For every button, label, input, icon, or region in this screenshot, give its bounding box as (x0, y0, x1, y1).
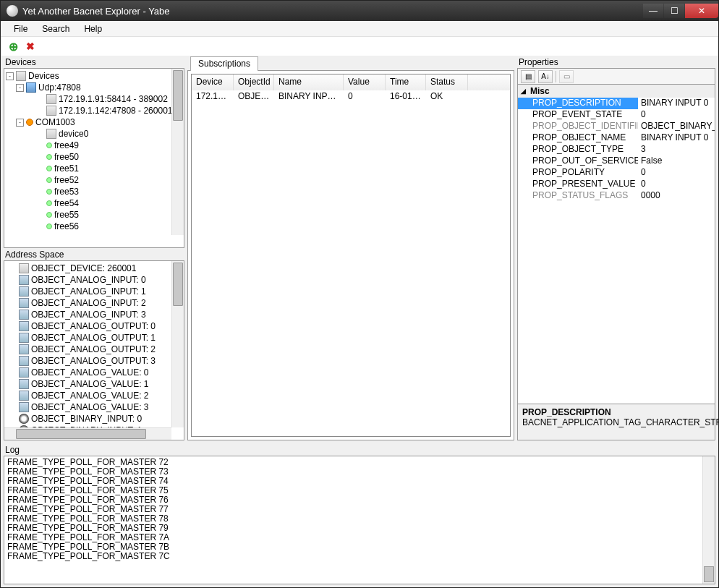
tree-udp-child-1[interactable]: 172.19.1.142:47808 - 260001 (6, 105, 182, 116)
tree-udp-child-0[interactable]: 172.19.1.91:58414 - 389002 (6, 93, 182, 105)
prop-value[interactable]: OBJECT_BINARY_I (638, 121, 715, 132)
devices-tree[interactable]: -Devices-Udp:47808172.19.1.91:58414 - 38… (4, 68, 184, 248)
sub-cell[interactable]: OK (426, 90, 468, 103)
menu-file[interactable]: File (7, 22, 35, 35)
tree-node-label: free51 (54, 163, 79, 174)
devices-scrollbar[interactable] (171, 69, 184, 235)
address-tree[interactable]: OBJECT_DEVICE: 260001OBJECT_ANALOG_INPUT… (4, 260, 184, 440)
sub-header-status[interactable]: Status (426, 74, 468, 90)
tree-node-label: OBJECT_ANALOG_INPUT: 2 (31, 298, 146, 308)
prop-category-misc[interactable]: ◢ Misc (518, 85, 715, 98)
address-item-2[interactable]: OBJECT_ANALOG_INPUT: 1 (6, 286, 182, 297)
tree-node-label: OBJECT_DEVICE: 260001 (31, 263, 136, 273)
prop-value[interactable]: BINARY INPUT 0 (638, 132, 715, 144)
address-item-11[interactable]: OBJECT_ANALOG_VALUE: 2 (6, 390, 182, 401)
sub-cell[interactable]: OBJEC... (234, 90, 274, 103)
address-hscrollbar[interactable] (4, 427, 171, 440)
maximize-button[interactable]: ☐ (664, 4, 684, 18)
prop-value[interactable]: 0 (638, 167, 715, 179)
properties-toolbar: ▤ A↓ ▭ (517, 68, 715, 84)
prop-row-prop_out_of_service[interactable]: PROP_OUT_OF_SERVICEFalse (518, 155, 715, 167)
prop-row-prop_description[interactable]: PROP_DESCRIPTIONBINARY INPUT 0 (518, 98, 715, 109)
sub-cell[interactable]: 172.19.1... (192, 90, 234, 103)
address-item-12[interactable]: OBJECT_ANALOG_VALUE: 3 (6, 401, 182, 413)
tree-com-child-4[interactable]: free52 (6, 174, 182, 186)
prop-row-prop_polarity[interactable]: PROP_POLARITY0 (518, 167, 715, 179)
sub-header-name[interactable]: Name (274, 74, 344, 90)
menu-search[interactable]: Search (35, 22, 77, 35)
sub-header-device[interactable]: Device (192, 74, 234, 90)
minimize-button[interactable]: — (643, 4, 663, 18)
expand-icon[interactable]: - (16, 119, 24, 127)
tree-com-child-6[interactable]: free54 (6, 197, 182, 209)
address-vscrollbar[interactable] (171, 261, 184, 427)
prop-value[interactable]: 3 (638, 144, 715, 155)
prop-row-prop_object_identifier[interactable]: PROP_OBJECT_IDENTIFIEROBJECT_BINARY_I (518, 121, 715, 132)
tree-com-child-1[interactable]: free49 (6, 140, 182, 151)
tree-com-child-0[interactable]: device0 (6, 128, 182, 140)
prop-pages-button[interactable]: ▭ (559, 70, 574, 83)
address-item-10[interactable]: OBJECT_ANALOG_VALUE: 1 (6, 378, 182, 390)
prop-value[interactable]: 0 (638, 179, 715, 190)
address-item-6[interactable]: OBJECT_ANALOG_OUTPUT: 1 (6, 332, 182, 344)
prop-row-prop_present_value[interactable]: PROP_PRESENT_VALUE0 (518, 179, 715, 190)
prop-value[interactable]: False (638, 155, 715, 167)
close-button[interactable]: ✕ (685, 4, 718, 18)
tree-com-child-2[interactable]: free50 (6, 151, 182, 163)
address-item-0[interactable]: OBJECT_DEVICE: 260001 (6, 263, 182, 274)
sub-header-time[interactable]: Time (386, 74, 426, 90)
address-item-9[interactable]: OBJECT_ANALOG_VALUE: 0 (6, 367, 182, 378)
free-icon (46, 154, 52, 160)
tree-node-label: OBJECT_ANALOG_INPUT: 1 (31, 286, 146, 297)
prop-sort-button[interactable]: A↓ (538, 70, 553, 83)
expand-icon[interactable]: - (16, 84, 24, 92)
free-icon (46, 177, 52, 183)
expand-icon[interactable]: - (6, 72, 14, 80)
sub-cell[interactable]: BINARY INPU... (274, 90, 344, 103)
tab-subscriptions[interactable]: Subscriptions (190, 56, 258, 71)
tree-com[interactable]: -COM1003 (6, 116, 182, 128)
menu-help[interactable]: Help (77, 22, 109, 35)
tree-node-label: COM1003 (35, 117, 75, 127)
address-item-7[interactable]: OBJECT_ANALOG_OUTPUT: 2 (6, 344, 182, 355)
prop-categorized-button[interactable]: ▤ (521, 70, 535, 83)
dev-icon (46, 129, 56, 139)
prop-row-prop_object_type[interactable]: PROP_OBJECT_TYPE3 (518, 144, 715, 155)
prop-desc-text: BACNET_APPLICATION_TAG_CHARACTER_STRING (522, 417, 710, 427)
prop-value[interactable]: BINARY INPUT 0 (638, 98, 715, 109)
address-item-8[interactable]: OBJECT_ANALOG_OUTPUT: 3 (6, 355, 182, 367)
prop-row-prop_status_flags[interactable]: PROP_STATUS_FLAGS0000 (518, 190, 715, 202)
address-item-13[interactable]: OBJECT_BINARY_INPUT: 0 (6, 413, 182, 425)
address-item-3[interactable]: OBJECT_ANALOG_INPUT: 2 (6, 297, 182, 309)
sub-header-value[interactable]: Value (344, 74, 386, 90)
address-item-5[interactable]: OBJECT_ANALOG_OUTPUT: 0 (6, 320, 182, 332)
address-item-4[interactable]: OBJECT_ANALOG_INPUT: 3 (6, 309, 182, 320)
prop-value[interactable]: 0 (638, 109, 715, 121)
sub-header-objectid[interactable]: ObjectId (234, 74, 274, 90)
subscriptions-table[interactable]: DeviceObjectIdNameValueTimeStatus 172.19… (191, 74, 511, 437)
tree-com-child-8[interactable]: free56 (6, 221, 182, 232)
tree-com-child-7[interactable]: free55 (6, 209, 182, 221)
prop-row-prop_event_state[interactable]: PROP_EVENT_STATE0 (518, 109, 715, 121)
tree-com-child-5[interactable]: free53 (6, 186, 182, 197)
prop-name: PROP_POLARITY (518, 167, 638, 179)
properties-grid[interactable]: ◢ Misc PROP_DESCRIPTIONBINARY INPUT 0PRO… (517, 84, 715, 404)
tree-root-devices[interactable]: -Devices (6, 70, 182, 82)
prop-row-prop_object_name[interactable]: PROP_OBJECT_NAMEBINARY INPUT 0 (518, 132, 715, 144)
prop-value[interactable]: 0000 (638, 190, 715, 202)
tree-udp[interactable]: -Udp:47808 (6, 82, 182, 93)
delete-button[interactable]: ✖ (24, 40, 37, 53)
main-window: Yet Another Bacnet Explorer - Yabe — ☐ ✕… (0, 0, 719, 588)
tree-node-label: 172.19.1.91:58414 - 389002 (59, 94, 168, 104)
log-box[interactable]: FRAME_TYPE_POLL_FOR_MASTER 72FRAME_TYPE_… (4, 456, 715, 584)
obj-icon (19, 275, 29, 285)
tree-com-child-3[interactable]: free51 (6, 163, 182, 174)
titlebar[interactable]: Yet Another Bacnet Explorer - Yabe — ☐ ✕ (1, 1, 718, 21)
sub-cell[interactable]: 0 (344, 90, 386, 103)
properties-description: PROP_DESCRIPTION BACNET_APPLICATION_TAG_… (517, 404, 715, 440)
address-item-1[interactable]: OBJECT_ANALOG_INPUT: 0 (6, 274, 182, 286)
sub-cell[interactable]: 16-01-2... (386, 90, 426, 103)
devices-label: Devices (4, 56, 184, 68)
log-scrollbar[interactable] (702, 456, 715, 584)
add-button[interactable]: ⊕ (7, 40, 20, 53)
